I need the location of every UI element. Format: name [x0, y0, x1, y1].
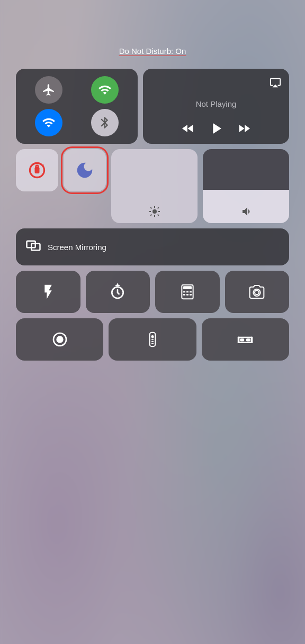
svg-rect-36 — [238, 337, 253, 338]
svg-rect-20 — [183, 294, 185, 296]
play-icon — [207, 119, 225, 137]
volume-upper-track — [203, 149, 289, 190]
svg-point-3 — [152, 209, 157, 214]
row-quick-controls — [16, 149, 289, 223]
svg-rect-2 — [36, 165, 39, 168]
airplay-icon — [270, 77, 281, 88]
timer-button[interactable] — [86, 271, 150, 313]
wifi-button[interactable] — [35, 109, 62, 136]
now-playing-panel: Not Playing — [143, 69, 289, 144]
do-not-disturb-button[interactable] — [64, 149, 106, 191]
svg-rect-17 — [183, 291, 185, 293]
svg-rect-34 — [240, 338, 245, 341]
svg-rect-16 — [183, 286, 192, 289]
row-utilities-2 — [16, 318, 289, 361]
camera-icon — [248, 283, 265, 300]
wifi-icon — [42, 116, 56, 130]
fast-forward-icon — [237, 121, 252, 136]
fast-forward-button[interactable] — [237, 121, 252, 136]
do-not-disturb-label: Do Not Disturb: On — [119, 47, 186, 56]
svg-rect-28 — [151, 339, 154, 340]
media-controls — [181, 119, 252, 137]
play-button[interactable] — [207, 119, 225, 137]
bluetooth-button[interactable] — [91, 109, 119, 136]
moon-icon — [75, 160, 95, 180]
rewind-button[interactable] — [181, 121, 195, 136]
brightness-icon-container — [148, 205, 161, 218]
now-playing-header — [149, 75, 283, 90]
svg-rect-18 — [186, 291, 189, 293]
lock-rotation-button[interactable] — [16, 149, 58, 191]
airplane-mode-button[interactable] — [35, 76, 62, 104]
svg-point-25 — [56, 336, 63, 343]
camera-button[interactable] — [225, 271, 290, 313]
flashlight-button[interactable] — [16, 271, 80, 313]
volume-slider[interactable] — [203, 149, 289, 223]
connectivity-panel — [16, 69, 138, 144]
calculator-button[interactable] — [155, 271, 220, 313]
svg-line-8 — [150, 207, 151, 208]
airplane-icon — [42, 83, 56, 97]
screen-mirroring-label: Screen Mirroring — [48, 243, 106, 252]
record-icon — [51, 331, 68, 348]
svg-rect-19 — [190, 291, 192, 293]
sleep-icon — [237, 331, 254, 348]
svg-rect-33 — [238, 342, 253, 343]
svg-rect-29 — [151, 341, 154, 342]
bluetooth-icon — [98, 116, 112, 130]
now-playing-status: Not Playing — [196, 99, 237, 108]
screen-mirroring-icon — [25, 239, 41, 255]
do-not-disturb-bar: Do Not Disturb: On — [0, 47, 305, 56]
svg-line-10 — [150, 215, 151, 216]
timer-icon — [109, 283, 126, 300]
brightness-slider[interactable] — [111, 149, 198, 223]
cellular-icon — [98, 83, 112, 97]
svg-rect-30 — [151, 343, 154, 344]
flashlight-icon — [40, 283, 57, 300]
svg-rect-22 — [190, 294, 192, 296]
calculator-icon — [179, 283, 196, 300]
svg-point-23 — [255, 290, 259, 295]
remote-button[interactable] — [109, 318, 196, 361]
row-connectivity-nowplaying: Not Playing — [16, 69, 289, 144]
volume-icon — [240, 205, 253, 218]
brightness-icon — [148, 205, 161, 218]
svg-line-9 — [157, 215, 158, 216]
row-utilities-1 — [16, 271, 289, 313]
lock-rotation-icon — [28, 161, 47, 180]
screen-record-button[interactable] — [16, 318, 103, 361]
control-center: Not Playing — [16, 69, 289, 361]
sleep-button[interactable] — [202, 318, 289, 361]
svg-rect-21 — [186, 294, 189, 296]
airplay-button[interactable] — [268, 75, 283, 90]
volume-icon-container — [240, 205, 253, 218]
svg-rect-35 — [246, 338, 250, 341]
svg-line-11 — [157, 207, 158, 208]
screen-mirroring-button[interactable]: Screen Mirroring — [16, 228, 289, 265]
sliders-container — [111, 149, 289, 223]
rewind-icon — [181, 121, 195, 136]
remote-icon — [144, 331, 161, 348]
cellular-button[interactable] — [91, 76, 119, 104]
svg-point-27 — [151, 336, 153, 337]
